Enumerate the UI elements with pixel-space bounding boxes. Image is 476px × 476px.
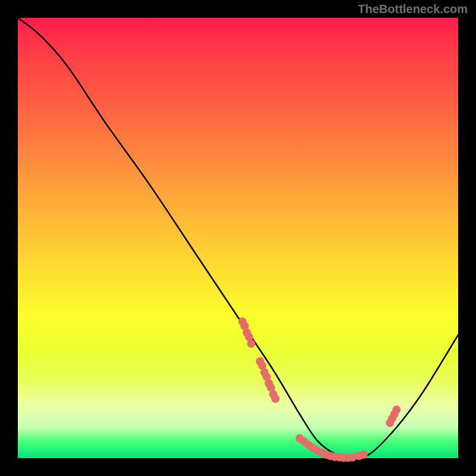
marker-dot bbox=[392, 406, 400, 414]
watermark-text: TheBottleneck.com bbox=[358, 2, 468, 16]
marker-dot bbox=[271, 394, 280, 403]
bottleneck-curve bbox=[18, 18, 458, 458]
marker-layer bbox=[238, 318, 400, 462]
marker-dot bbox=[247, 340, 255, 348]
plot-area bbox=[18, 18, 458, 458]
chart-svg bbox=[18, 18, 458, 458]
marker-dot bbox=[359, 450, 368, 459]
